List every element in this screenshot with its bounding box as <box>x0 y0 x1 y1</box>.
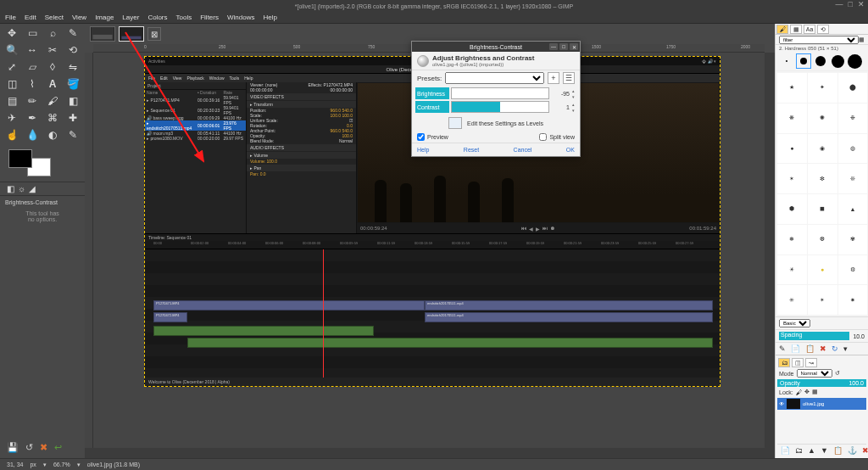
toolopt-save-icon[interactable]: 💾 <box>7 442 19 453</box>
dialog-close[interactable]: ✕ <box>570 43 578 50</box>
tool-bucket[interactable]: 🪣 <box>64 76 82 92</box>
dock-tab-patterns-icon[interactable]: ▦ <box>790 25 802 34</box>
mode-reset-icon[interactable]: ↺ <box>835 370 840 377</box>
tool-paintbrush[interactable]: 🖌 <box>43 93 62 109</box>
tool-pencil[interactable]: ✏ <box>23 93 42 109</box>
tool-rect-select[interactable]: ▭ <box>23 25 42 41</box>
tool-warp[interactable]: ⌇ <box>23 76 42 92</box>
layer-mode-select[interactable]: Normal <box>797 369 832 378</box>
toolopt-restore-icon[interactable]: ↩ <box>54 442 62 453</box>
ok-button[interactable]: OK <box>566 147 575 153</box>
tool-blur[interactable]: 💧 <box>23 127 42 143</box>
dock-tab-fonts-icon[interactable]: Aa <box>804 25 815 34</box>
canvas-scrollbar-vertical[interactable] <box>765 53 775 448</box>
menu-colors[interactable]: Colors <box>147 14 167 21</box>
dock-tab-3-icon[interactable]: ◢ <box>29 184 36 193</box>
tool-scale[interactable]: ⤢ <box>3 59 21 75</box>
tool-clone[interactable]: ⌘ <box>43 110 62 126</box>
layer-up-icon[interactable]: ▲ <box>808 446 815 455</box>
menu-select[interactable]: Select <box>45 14 64 21</box>
menu-help[interactable]: Help <box>263 14 276 21</box>
layer-down-icon[interactable]: ▼ <box>821 446 828 455</box>
brush-grid-view-icon[interactable]: ▦ <box>859 36 865 43</box>
tool-crop[interactable]: ✂ <box>43 42 62 58</box>
tool-perspective[interactable]: ◊ <box>43 59 62 75</box>
toolopt-delete-icon[interactable]: ✖ <box>40 442 47 453</box>
brush-edit-icon[interactable]: ✎ <box>779 344 786 353</box>
tool-gradient[interactable]: ▤ <box>3 93 21 109</box>
dialog-maximize[interactable]: □ <box>559 43 568 50</box>
split-view-checkbox[interactable]: Split view <box>539 133 575 141</box>
dock-tab-2-icon[interactable]: ☼ <box>18 184 25 193</box>
tool-path[interactable]: ✎ <box>64 127 82 143</box>
contrast-value[interactable]: 1 <box>551 104 570 110</box>
tool-text[interactable]: A <box>43 76 62 92</box>
tool-rotate[interactable]: ⟲ <box>64 42 82 58</box>
contrast-down[interactable]: ▾ <box>570 107 576 113</box>
tab-paths-icon[interactable]: ↝ <box>805 358 817 367</box>
window-maximize[interactable]: □ <box>849 0 853 8</box>
contrast-up[interactable]: ▴ <box>570 101 576 107</box>
tab-channels-icon[interactable]: ◫ <box>792 358 804 367</box>
reset-button[interactable]: Reset <box>464 147 479 153</box>
ruler-vertical[interactable] <box>85 53 93 448</box>
menu-file[interactable]: File <box>5 14 16 21</box>
cancel-button[interactable]: Cancel <box>514 147 532 153</box>
toolopt-reset-icon[interactable]: ↺ <box>25 442 33 453</box>
menu-filters[interactable]: Filters <box>200 14 219 21</box>
dock-tab-history-icon[interactable]: ⟲ <box>817 25 829 34</box>
window-minimize[interactable]: — <box>836 0 843 8</box>
tool-ink[interactable]: ✒ <box>23 110 42 126</box>
preset-menu-button[interactable]: ☰ <box>563 72 575 84</box>
tool-eraser[interactable]: ◧ <box>64 93 82 109</box>
menu-tools[interactable]: Tools <box>176 14 192 21</box>
layer-duplicate-icon[interactable]: 📋 <box>833 446 843 455</box>
tool-flip[interactable]: ⇋ <box>64 59 82 75</box>
layer-row[interactable]: 👁 olive1.jpg <box>777 398 866 410</box>
brightness-slider[interactable] <box>451 87 549 99</box>
brush-category-select[interactable]: Basic <box>779 319 810 327</box>
status-zoom[interactable]: 66.7% <box>53 462 70 467</box>
brightness-value[interactable]: -95 <box>551 91 570 97</box>
canvas-scrollbar-horizontal[interactable] <box>85 448 775 458</box>
tool-heal[interactable]: ✚ <box>64 110 82 126</box>
preview-checkbox[interactable]: Preview <box>417 133 448 141</box>
layer-delete-icon[interactable]: ✖ <box>862 446 868 455</box>
tool-move[interactable]: ✥ <box>3 25 21 41</box>
dock-tab-brushes-icon[interactable]: 🖌 <box>776 25 788 34</box>
tool-shear[interactable]: ▱ <box>23 59 42 75</box>
tool-smudge[interactable]: ☝ <box>3 127 21 143</box>
menu-view[interactable]: View <box>72 14 86 21</box>
layer-new-icon[interactable]: 📄 <box>781 446 790 455</box>
brightness-up[interactable]: ▴ <box>570 87 576 93</box>
brush-grid[interactable]: ★✦⬤◆✖ ❋✺❉✻✼ ●◉◍◌○ ✶❇❊✵✹ ⬢◼▲◯✦ ❅❆✾⌬✿ ☀●⚙◐… <box>776 71 868 316</box>
fg-bg-swatch[interactable] <box>8 149 51 176</box>
spacing-slider[interactable]: Spacing <box>779 332 849 340</box>
close-tab-icon[interactable]: ⊠ <box>147 27 161 41</box>
brush-refresh-icon[interactable]: ↻ <box>832 344 838 353</box>
contrast-slider[interactable] <box>451 101 549 113</box>
presets-select[interactable] <box>445 72 544 84</box>
tool-dodge[interactable]: ◐ <box>43 127 62 143</box>
lock-pixels-icon[interactable]: 🖌 <box>796 389 802 395</box>
edit-as-levels-link[interactable]: Edit these Settings as Levels <box>467 120 543 126</box>
tool-fuzzy-select[interactable]: ✎ <box>64 25 82 41</box>
menu-image[interactable]: Image <box>95 14 114 21</box>
help-button[interactable]: Help <box>417 147 429 153</box>
menu-layer[interactable]: Layer <box>122 14 139 21</box>
image-tab-2[interactable] <box>119 26 144 42</box>
tool-free-select[interactable]: ⌕ <box>43 25 62 41</box>
image-tab-1[interactable] <box>90 26 115 42</box>
tool-measure[interactable]: ↔ <box>23 42 42 58</box>
layer-visibility-icon[interactable]: 👁 <box>779 401 784 406</box>
status-unit[interactable]: px <box>30 462 36 467</box>
dock-tab-1-icon[interactable]: ◧ <box>7 184 14 193</box>
window-close[interactable]: ✕ <box>858 0 865 8</box>
lock-alpha-icon[interactable]: ▦ <box>812 389 818 395</box>
brush-menu-icon[interactable]: ▾ <box>843 344 848 353</box>
layer-anchor-icon[interactable]: ⚓ <box>848 446 857 455</box>
opacity-slider[interactable]: Opacity100.0 <box>777 379 866 387</box>
tab-layers-icon[interactable]: 🗂 <box>778 358 790 367</box>
menu-windows[interactable]: Windows <box>227 14 254 21</box>
brush-new-icon[interactable]: 📄 <box>791 344 800 353</box>
